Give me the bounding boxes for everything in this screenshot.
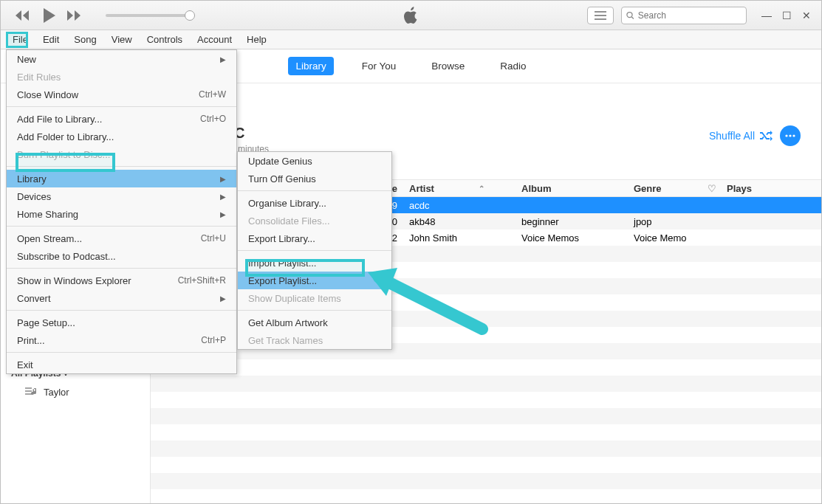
cell-artist: akb48 bbox=[403, 216, 516, 227]
menu-item-label: Convert bbox=[17, 293, 51, 304]
menu-separator bbox=[7, 310, 236, 311]
menu-item-label: Get Track Names bbox=[248, 335, 323, 346]
menu-item-add-file[interactable]: Add File to Library... Ctrl+O bbox=[7, 110, 236, 128]
svg-point-0 bbox=[627, 12, 632, 17]
menu-item-label: Subscribe to Podcast... bbox=[17, 251, 116, 262]
table-row-empty bbox=[151, 424, 821, 441]
menu-item-label: Devices bbox=[17, 191, 51, 202]
menu-item-print[interactable]: Print... Ctrl+P bbox=[7, 331, 236, 349]
chevron-right-icon: ▶ bbox=[220, 294, 226, 303]
close-button[interactable]: ✕ bbox=[802, 10, 811, 21]
shuffle-icon bbox=[759, 131, 773, 141]
menu-item-label: Organise Library... bbox=[248, 198, 326, 209]
menu-item-devices[interactable]: Devices ▶ bbox=[7, 187, 236, 205]
menu-item-subscribe-podcast[interactable]: Subscribe to Podcast... bbox=[7, 247, 236, 265]
col-album[interactable]: Album bbox=[516, 183, 628, 194]
volume-slider[interactable] bbox=[106, 14, 191, 17]
menu-edit[interactable]: Edit bbox=[35, 31, 66, 48]
table-row-empty bbox=[151, 376, 821, 392]
sidebar-item-label: Taylor bbox=[44, 387, 69, 398]
list-view-button[interactable] bbox=[587, 7, 614, 24]
menu-item-label: Print... bbox=[17, 335, 45, 346]
menu-item-new[interactable]: New ▶ bbox=[7, 50, 236, 68]
menu-item-label: Open Stream... bbox=[17, 233, 82, 244]
menu-separator bbox=[238, 190, 391, 191]
menu-account[interactable]: Account bbox=[190, 31, 239, 48]
col-plays[interactable]: Plays bbox=[721, 183, 821, 194]
svg-line-1 bbox=[631, 16, 634, 18]
menu-item-shortcut: Ctrl+Shift+R bbox=[178, 275, 226, 286]
menu-item-label: Add Folder to Library... bbox=[17, 131, 114, 142]
menu-separator bbox=[7, 268, 236, 269]
shuffle-all-button[interactable]: Shuffle All bbox=[709, 130, 773, 142]
menu-song[interactable]: Song bbox=[66, 31, 103, 48]
tab-library[interactable]: Library bbox=[288, 57, 333, 75]
menu-item-update-genius[interactable]: Update Genius bbox=[238, 152, 391, 170]
menu-item-label: Show Duplicate Items bbox=[248, 293, 341, 304]
table-row-empty bbox=[151, 392, 821, 408]
svg-point-3 bbox=[789, 134, 791, 137]
annotation-arrow-icon bbox=[364, 266, 490, 340]
cell-genre: jpop bbox=[628, 216, 702, 227]
svg-point-4 bbox=[792, 134, 795, 137]
menu-item-page-setup[interactable]: Page Setup... bbox=[7, 314, 236, 331]
menu-controls[interactable]: Controls bbox=[140, 31, 190, 48]
menu-item-label: Edit Rules bbox=[17, 72, 61, 83]
menu-item-convert[interactable]: Convert ▶ bbox=[7, 289, 236, 307]
annotation-highlight-library bbox=[16, 153, 115, 172]
chevron-right-icon: ▶ bbox=[220, 193, 226, 201]
tab-radio[interactable]: Radio bbox=[493, 57, 533, 75]
menu-item-consolidate-files: Consolidate Files... bbox=[238, 212, 391, 229]
menu-separator bbox=[7, 106, 236, 107]
cell-album: beginner bbox=[516, 216, 628, 227]
menu-item-label: Turn Off Genius bbox=[248, 173, 316, 184]
search-icon bbox=[626, 11, 634, 20]
menu-view[interactable]: View bbox=[104, 31, 140, 48]
menu-item-exit[interactable]: Exit bbox=[7, 356, 236, 373]
menu-item-close-window[interactable]: Close Window Ctrl+W bbox=[7, 86, 236, 103]
menu-item-home-sharing[interactable]: Home Sharing ▶ bbox=[7, 205, 236, 223]
maximize-button[interactable]: ☐ bbox=[782, 10, 792, 21]
search-input[interactable] bbox=[638, 10, 741, 21]
menu-item-library[interactable]: Library ▶ bbox=[7, 170, 236, 187]
menu-item-edit-rules: Edit Rules bbox=[7, 68, 236, 86]
minimize-button[interactable]: — bbox=[761, 10, 772, 21]
table-row-empty bbox=[151, 408, 821, 424]
more-actions-button[interactable] bbox=[780, 125, 801, 146]
shuffle-all-label: Shuffle All bbox=[709, 130, 755, 142]
menu-item-add-folder[interactable]: Add Folder to Library... bbox=[7, 128, 236, 145]
menu-item-label: Export Library... bbox=[248, 233, 315, 244]
tab-browse[interactable]: Browse bbox=[424, 57, 472, 75]
annotation-highlight-export-playlist bbox=[245, 259, 365, 277]
menu-item-label: Consolidate Files... bbox=[248, 215, 330, 227]
menu-item-open-stream[interactable]: Open Stream... Ctrl+U bbox=[7, 229, 236, 247]
table-row-empty bbox=[151, 441, 821, 457]
titlebar: — ☐ ✕ bbox=[1, 1, 821, 30]
prev-track-icon[interactable] bbox=[14, 10, 30, 21]
col-love[interactable]: ♡ bbox=[702, 183, 721, 194]
next-track-icon[interactable] bbox=[67, 10, 83, 21]
menu-item-label: Exit bbox=[17, 359, 33, 370]
table-row-empty bbox=[151, 359, 821, 376]
file-menu: New ▶ Edit Rules Close Window Ctrl+W Add… bbox=[6, 49, 237, 374]
menu-item-turn-off-genius[interactable]: Turn Off Genius bbox=[238, 170, 391, 187]
menu-item-export-library[interactable]: Export Library... bbox=[238, 229, 391, 247]
table-row-empty bbox=[151, 473, 821, 489]
play-icon[interactable] bbox=[42, 8, 55, 23]
tab-for-you[interactable]: For You bbox=[355, 57, 404, 75]
menu-item-show-explorer[interactable]: Show in Windows Explorer Ctrl+Shift+R bbox=[7, 272, 236, 289]
menu-help[interactable]: Help bbox=[239, 31, 274, 48]
cell-genre: Voice Memo bbox=[628, 232, 702, 244]
sidebar-item-playlist[interactable]: Taylor bbox=[1, 383, 150, 401]
menu-item-shortcut: Ctrl+O bbox=[200, 114, 226, 124]
sort-asc-icon: ⌃ bbox=[479, 184, 484, 193]
ellipsis-icon bbox=[785, 134, 795, 137]
menu-item-organise-library[interactable]: Organise Library... bbox=[238, 194, 391, 212]
menu-item-label: Update Genius bbox=[248, 156, 312, 167]
menu-item-shortcut: Ctrl+U bbox=[201, 233, 226, 244]
annotation-highlight-file bbox=[6, 32, 28, 48]
col-artist[interactable]: Artist ⌃ bbox=[403, 183, 516, 194]
search-box[interactable] bbox=[621, 7, 747, 24]
col-genre[interactable]: Genre bbox=[628, 183, 702, 194]
menu-item-label: Close Window bbox=[17, 89, 78, 100]
